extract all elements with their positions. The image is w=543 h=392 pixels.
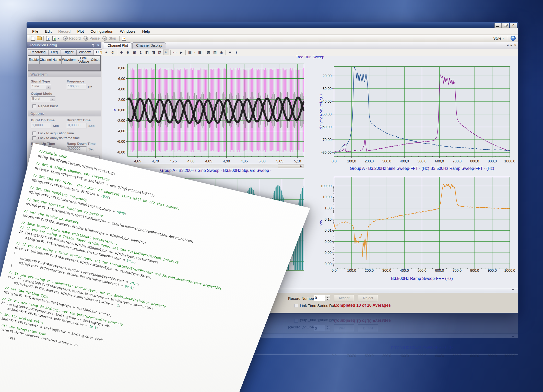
scale-x-axis-icon[interactable]: ◧: [144, 50, 150, 55]
acquisition-config-header[interactable]: Acquisition Config ×: [27, 42, 101, 48]
copy-icon[interactable]: ▤: [187, 50, 193, 55]
style-dropdown[interactable]: Style ▾: [493, 36, 504, 40]
plot-tab-channel-plot[interactable]: Channel Plot: [104, 42, 132, 49]
ramp-down-field[interactable]: 0,00000: [67, 146, 87, 152]
save-icon[interactable]: ▦: [197, 50, 203, 55]
signal-type-dropdown-icon[interactable]: [46, 85, 51, 89]
select-region-icon[interactable]: ▭: [172, 50, 178, 55]
zoom-out-icon[interactable]: ⊖: [119, 50, 124, 55]
acq-tab-freq[interactable]: Freq: [48, 49, 60, 55]
burst-on-field[interactable]: 1,0000: [31, 123, 51, 128]
svg-text:200,0: 200,0: [365, 159, 374, 163]
zoom-in-icon[interactable]: ⊕: [125, 50, 131, 55]
record-number-input[interactable]: [314, 295, 326, 300]
acq-tab-recording[interactable]: Recording: [28, 49, 48, 55]
output-mode-select[interactable]: Burst: [31, 96, 55, 102]
plot-page-title: Free Run Sweep: [259, 55, 361, 59]
copy-caret[interactable]: ▾: [193, 50, 196, 55]
menu-edit[interactable]: Edit: [42, 28, 55, 34]
scroll-tabs-left-icon[interactable]: ◂: [507, 43, 509, 47]
link-time-series-checkbox[interactable]: [294, 304, 298, 307]
restore-button[interactable]: [502, 23, 509, 28]
excel-x-icon: x: [54, 38, 55, 40]
properties-button[interactable]: ✎: [121, 35, 127, 41]
accept-button[interactable]: Accept: [334, 295, 354, 302]
repeat-burst-checkbox[interactable]: [32, 104, 36, 108]
print-icon[interactable]: ▩: [206, 50, 211, 55]
frf-caption: B3.500Hz Ramp Sweep-FRF (Hz): [320, 276, 524, 281]
menu-plot[interactable]: Plot: [74, 28, 87, 34]
close-button[interactable]: ×: [510, 23, 517, 28]
cursor-step-icon[interactable]: ▶: [178, 50, 184, 55]
svg-text:8,00: 8,00: [118, 66, 125, 70]
chart-options-icon[interactable]: ∗: [233, 50, 239, 55]
frequency-field[interactable]: 100,00: [67, 84, 86, 90]
excel-export-button[interactable]: x: [51, 35, 57, 41]
export-caret-icon[interactable]: ▾: [58, 37, 59, 40]
print-preview-icon[interactable]: ▥: [212, 50, 218, 55]
zoom-extent-icon[interactable]: ▣: [131, 50, 137, 55]
svg-text:0,00: 0,00: [325, 251, 332, 255]
lock-acquisition-checkbox[interactable]: [32, 132, 36, 135]
channel-col-waveform[interactable]: Waveform: [62, 56, 77, 64]
toolbar-grip[interactable]: [28, 36, 29, 41]
svg-text:V: V: [112, 109, 117, 111]
scroll-tabs-right-icon[interactable]: ▸: [511, 43, 512, 47]
svg-text:100,0: 100,0: [347, 159, 356, 163]
minimize-button[interactable]: [494, 23, 502, 28]
lock-analysis-checkbox[interactable]: [32, 136, 36, 140]
channel-col-peak-voltage[interactable]: Peak Voltage: [77, 56, 90, 64]
page-setup-icon[interactable]: ◉: [218, 50, 224, 55]
channel-col-enable[interactable]: Enable: [28, 56, 40, 64]
zoom-vertical-icon[interactable]: ↥: [138, 50, 144, 55]
reject-button[interactable]: Reject: [358, 295, 378, 302]
new-file-button[interactable]: [30, 35, 36, 41]
record-button-label[interactable]: Record: [69, 36, 81, 40]
export-button[interactable]: ▸: [45, 35, 51, 41]
menu-windows[interactable]: Windows: [117, 28, 139, 34]
frequency-value: 100,00: [68, 84, 78, 88]
svg-text:-20,00: -20,00: [321, 74, 332, 78]
pointer-icon[interactable]: ↖: [163, 50, 169, 55]
pan-icon[interactable]: +: [103, 50, 109, 55]
minimize-icon: [496, 26, 499, 27]
plot-tab-channel-display[interactable]: Channel Display: [132, 42, 166, 49]
burst-off-field[interactable]: 0,00000: [67, 123, 87, 128]
stop-icon: ■: [102, 36, 107, 41]
channel-col-channel-name[interactable]: Channel Name: [40, 56, 62, 64]
help-button[interactable]: ?: [511, 36, 516, 41]
new-file-icon: [31, 36, 35, 41]
autohide-pin-icon[interactable]: [92, 43, 95, 47]
title-bar[interactable]: ×: [27, 22, 518, 28]
record-number-spinner[interactable]: [314, 295, 330, 301]
zoom-dynamic-icon[interactable]: ⊙: [110, 50, 116, 55]
menu-help[interactable]: Help: [139, 28, 153, 34]
panel-close-icon[interactable]: ×: [97, 43, 99, 47]
stop-button-label[interactable]: Stop: [109, 36, 116, 40]
menu-configuration[interactable]: Configuration: [87, 28, 116, 34]
axis-cursor-icon[interactable]: ▧: [157, 50, 163, 55]
signal-type-select[interactable]: Sine: [31, 84, 51, 90]
stop-button[interactable]: ■: [102, 35, 108, 41]
output-mode-dropdown-icon[interactable]: [50, 97, 55, 101]
spin-down-icon[interactable]: [325, 298, 330, 301]
menu-file[interactable]: File: [29, 28, 42, 34]
svg-text:dB V^2 RMS ref 7,07: dB V^2 RMS ref 7,07: [319, 93, 323, 129]
legend-icon[interactable]: ≡: [227, 50, 233, 55]
record-button[interactable]: ●: [62, 35, 68, 41]
frequency-unit-label: Hz: [88, 85, 92, 89]
pause-button[interactable]: ❚❚: [83, 35, 89, 41]
svg-text:800,0: 800,0: [470, 159, 479, 163]
svg-text:1,00: 1,00: [325, 206, 332, 210]
close-tab-icon[interactable]: ×: [514, 43, 516, 47]
channel-col-offset[interactable]: Offset: [90, 56, 100, 64]
menu-record[interactable]: Record: [55, 28, 74, 34]
acq-tab-trigger[interactable]: Trigger: [61, 49, 76, 55]
acq-tab-window[interactable]: Window: [76, 49, 93, 55]
channel-table[interactable]: EnableChannel NameWaveformPeak VoltageOf…: [28, 55, 101, 71]
scale-y-axis-icon[interactable]: ◨: [150, 50, 156, 55]
record-number-label: Record Number: [288, 296, 315, 301]
open-file-button[interactable]: [36, 35, 42, 41]
dock-pin-icon[interactable]: [512, 289, 514, 292]
pause-button-label[interactable]: Pause: [90, 36, 100, 40]
